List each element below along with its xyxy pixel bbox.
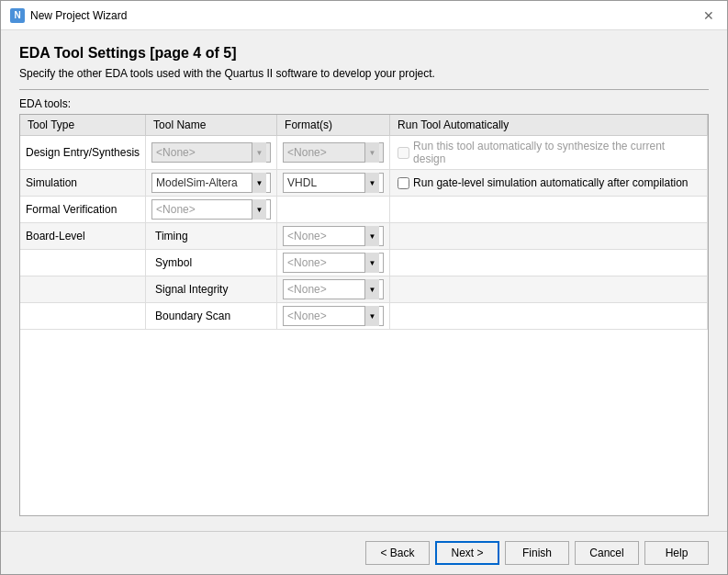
title-bar: N New Project Wizard ✕ <box>1 1 727 30</box>
tool-type-cell: Board-Level <box>20 223 146 250</box>
dropdown-arrow-icon: ▼ <box>364 173 379 193</box>
tool-type-cell: Formal Verification <box>20 197 146 223</box>
back-button[interactable]: < Back <box>365 541 430 565</box>
dropdown-arrow-icon: ▼ <box>252 199 266 220</box>
format-cell: <None> ▼ <box>277 136 390 170</box>
run-auto-checkbox[interactable] <box>398 147 409 159</box>
tool-name-cell: ModelSim-Altera ▼ <box>146 170 277 197</box>
sub-tool-label: Signal Integrity <box>151 283 228 296</box>
tool-name-value: <None> <box>156 203 252 216</box>
format-select[interactable]: <None> ▼ <box>283 279 384 299</box>
col-tool-type: Tool Type <box>20 115 146 136</box>
dropdown-arrow-icon: ▼ <box>252 173 266 193</box>
sub-tool-label: Symbol <box>151 256 192 269</box>
run-auto-cell <box>390 197 708 223</box>
tool-name-value: <None> <box>156 146 252 159</box>
format-cell: <None> ▼ <box>277 276 390 303</box>
format-select-wrapper: <None> ▼ <box>283 279 384 299</box>
page-title: EDA Tool Settings [page 4 of 5] <box>19 45 709 62</box>
format-cell: <None> ▼ <box>277 250 390 276</box>
tool-name-cell: Signal Integrity <box>146 276 277 303</box>
format-select-wrapper: <None> ▼ <box>283 226 384 246</box>
finish-button[interactable]: Finish <box>505 541 569 565</box>
table-row: Signal Integrity <None> ▼ <box>20 276 708 303</box>
tool-name-cell: Timing <box>146 223 277 250</box>
tool-name-cell: Boundary Scan <box>146 303 277 330</box>
format-cell: VHDL ▼ <box>277 170 390 197</box>
table-row: Design Entry/Synthesis <None> ▼ <box>20 136 708 170</box>
eda-tools-table: Tool Type Tool Name Format(s) Run Tool A… <box>20 115 708 330</box>
cancel-button[interactable]: Cancel <box>575 541 639 565</box>
format-select[interactable]: <None> ▼ <box>283 142 384 163</box>
tool-name-select-wrapper: <None> ▼ <box>151 199 271 220</box>
app-icon: N <box>10 8 25 23</box>
tool-name-select-wrapper: <None> ▼ <box>151 142 271 163</box>
format-cell <box>277 197 390 223</box>
table-row: Boundary Scan <None> ▼ <box>20 303 708 330</box>
run-auto-cell: Run gate-level simulation automatically … <box>390 170 708 197</box>
run-auto-label: Run gate-level simulation automatically … <box>398 176 700 189</box>
table-header-row: Tool Type Tool Name Format(s) Run Tool A… <box>20 115 708 136</box>
tool-name-select-wrapper: ModelSim-Altera ▼ <box>151 173 271 193</box>
col-tool-name: Tool Name <box>146 115 277 136</box>
tool-type-cell: Design Entry/Synthesis <box>20 136 146 170</box>
dropdown-arrow-icon: ▼ <box>364 279 379 299</box>
format-select-wrapper: VHDL ▼ <box>283 173 384 193</box>
run-auto-cell <box>390 303 708 330</box>
table-row: Formal Verification <None> ▼ <box>20 197 708 223</box>
format-select[interactable]: <None> ▼ <box>283 253 384 273</box>
tool-name-select[interactable]: <None> ▼ <box>151 199 271 220</box>
dropdown-arrow-icon: ▼ <box>364 142 379 163</box>
run-auto-text: Run gate-level simulation automatically … <box>413 176 688 189</box>
run-auto-text: Run this tool automatically to synthesiz… <box>413 140 700 165</box>
format-select[interactable]: <None> ▼ <box>283 226 384 246</box>
main-window: N New Project Wizard ✕ EDA Tool Settings… <box>0 0 728 575</box>
tool-name-cell: Symbol <box>146 250 277 276</box>
format-cell: <None> ▼ <box>277 223 390 250</box>
run-auto-checkbox[interactable] <box>398 177 409 189</box>
dropdown-arrow-icon: ▼ <box>364 226 379 246</box>
help-button[interactable]: Help <box>644 541 709 565</box>
page-description: Specify the other EDA tools used with th… <box>19 67 709 80</box>
tool-name-cell: <None> ▼ <box>146 197 277 223</box>
format-value: <None> <box>287 310 364 322</box>
format-value: <None> <box>287 283 364 296</box>
dropdown-arrow-icon: ▼ <box>364 306 379 326</box>
next-button[interactable]: Next > <box>435 541 499 565</box>
col-format: Format(s) <box>277 115 390 136</box>
run-auto-cell <box>390 276 708 303</box>
table-row: Symbol <None> ▼ <box>20 250 708 276</box>
title-bar-left: N New Project Wizard <box>10 8 127 23</box>
format-value: VHDL <box>287 176 364 189</box>
tool-type-cell: Simulation <box>20 170 146 197</box>
eda-tools-table-container: Tool Type Tool Name Format(s) Run Tool A… <box>19 114 709 516</box>
tool-name-select[interactable]: <None> ▼ <box>151 142 271 163</box>
table-row: Simulation ModelSim-Altera ▼ <box>20 170 708 197</box>
format-select-wrapper: <None> ▼ <box>283 306 384 326</box>
tool-name-select[interactable]: ModelSim-Altera ▼ <box>151 173 271 193</box>
main-content: EDA Tool Settings [page 4 of 5] Specify … <box>1 30 727 531</box>
run-auto-label: Run this tool automatically to synthesiz… <box>398 140 700 165</box>
sub-tool-label: Timing <box>151 230 188 242</box>
run-auto-cell <box>390 250 708 276</box>
tool-type-cell <box>20 303 146 330</box>
tool-name-value: ModelSim-Altera <box>156 176 252 189</box>
footer: < Back Next > Finish Cancel Help <box>1 531 727 574</box>
format-value: <None> <box>287 230 364 242</box>
dropdown-arrow-icon: ▼ <box>364 253 379 273</box>
tool-name-cell: <None> ▼ <box>146 136 277 170</box>
run-auto-cell: Run this tool automatically to synthesiz… <box>390 136 708 170</box>
col-run-auto: Run Tool Automatically <box>390 115 708 136</box>
close-button[interactable]: ✕ <box>700 6 718 25</box>
divider <box>19 89 709 90</box>
format-select[interactable]: <None> ▼ <box>283 306 384 326</box>
run-auto-cell <box>390 223 708 250</box>
format-value: <None> <box>287 256 364 269</box>
section-label: EDA tools: <box>19 97 709 110</box>
dropdown-arrow-icon: ▼ <box>252 142 266 163</box>
tool-type-cell <box>20 250 146 276</box>
format-select[interactable]: VHDL ▼ <box>283 173 384 193</box>
format-value: <None> <box>287 146 364 159</box>
format-cell: <None> ▼ <box>277 303 390 330</box>
format-select-wrapper: <None> ▼ <box>283 253 384 273</box>
